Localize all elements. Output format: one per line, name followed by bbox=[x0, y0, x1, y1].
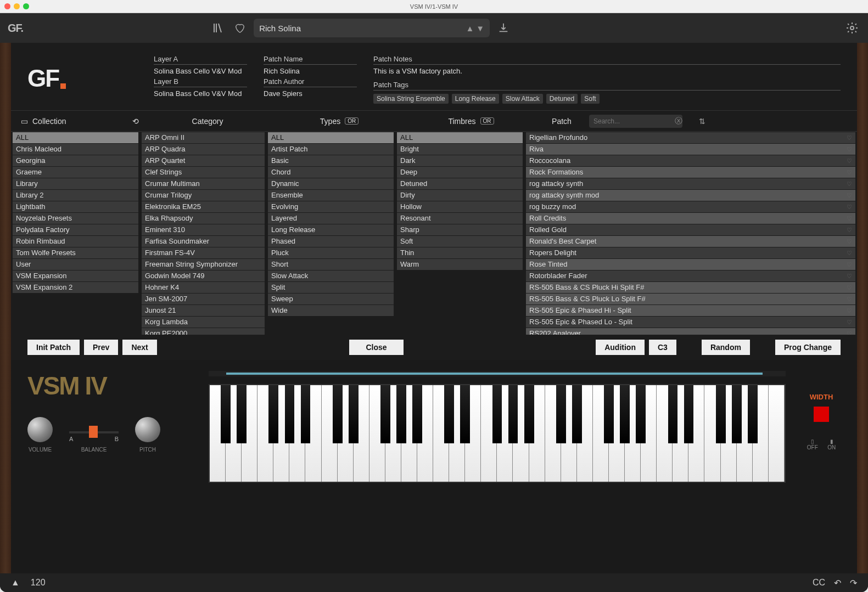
patch-row[interactable]: Roll Credits♡ bbox=[526, 213, 855, 224]
library-icon[interactable] bbox=[210, 20, 226, 36]
list-item[interactable]: Eminent 310 bbox=[142, 224, 265, 235]
list-item[interactable]: Korg Lambda bbox=[142, 317, 265, 328]
white-key[interactable] bbox=[513, 385, 529, 482]
pitch-knob[interactable] bbox=[135, 417, 160, 442]
white-key[interactable] bbox=[609, 385, 625, 482]
patch-row[interactable]: Riva♡ bbox=[526, 144, 855, 155]
keyboard-range-slider[interactable] bbox=[209, 371, 786, 376]
white-key[interactable] bbox=[385, 385, 401, 482]
favorite-heart-icon[interactable]: ♡ bbox=[847, 328, 852, 335]
white-key[interactable] bbox=[305, 385, 321, 482]
list-item[interactable]: ALL bbox=[13, 132, 138, 143]
favorite-heart-icon[interactable]: ♡ bbox=[847, 178, 852, 189]
timbres-or-toggle[interactable]: OR bbox=[480, 117, 494, 125]
list-item[interactable]: Junost 21 bbox=[142, 305, 265, 316]
list-item[interactable]: Crumar Multiman bbox=[142, 178, 265, 189]
white-key[interactable] bbox=[210, 385, 226, 482]
patch-row[interactable]: RS-505 Bass & CS Pluck Lo Split F#♡ bbox=[526, 294, 855, 305]
patch-row[interactable]: RS-505 Bass & CS Pluck Hi Split F#♡ bbox=[526, 282, 855, 293]
patch-row[interactable]: Ropers Delight♡ bbox=[526, 247, 855, 258]
width-on-icon[interactable]: ▮ bbox=[827, 438, 836, 444]
patch-row[interactable]: Rolled Gold♡ bbox=[526, 224, 855, 235]
cc-label[interactable]: CC bbox=[813, 578, 825, 588]
list-item[interactable]: Artist Patch bbox=[268, 144, 394, 155]
list-item[interactable]: ALL bbox=[397, 132, 523, 143]
list-item[interactable]: Slow Attack bbox=[268, 270, 394, 281]
favorite-heart-icon[interactable]: ♡ bbox=[847, 155, 852, 166]
white-key[interactable] bbox=[257, 385, 273, 482]
folder-icon[interactable]: ▭ bbox=[21, 117, 28, 126]
sync-icon[interactable]: ⟲ bbox=[132, 117, 139, 126]
white-key[interactable] bbox=[753, 385, 769, 482]
favorite-heart-icon[interactable]: ♡ bbox=[847, 317, 852, 328]
patch-notes-value[interactable]: This is a VSM factory patch. bbox=[373, 67, 841, 75]
patch-header[interactable]: Patch bbox=[540, 117, 584, 126]
white-key[interactable] bbox=[226, 385, 242, 482]
list-item[interactable]: ALL bbox=[268, 132, 394, 143]
list-item[interactable]: Phased bbox=[268, 236, 394, 247]
list-item[interactable]: Warm bbox=[397, 259, 523, 270]
patch-row[interactable]: Ronald's Best Carpet♡ bbox=[526, 236, 855, 247]
preset-next-icon[interactable]: ▼ bbox=[476, 24, 484, 33]
layer-b-value[interactable]: Solina Bass Cello V&V Mod bbox=[154, 89, 247, 98]
list-item[interactable]: Hohner K4 bbox=[142, 282, 265, 293]
white-key[interactable] bbox=[242, 385, 257, 482]
list-item[interactable]: ARP Omni II bbox=[142, 132, 265, 143]
white-key[interactable] bbox=[529, 385, 545, 482]
timbres-column[interactable]: ALLBrightDarkDeepDetunedDirtyHollowReson… bbox=[395, 132, 524, 335]
preset-prev-icon[interactable]: ▲ bbox=[466, 24, 474, 33]
favorite-heart-icon[interactable]: ♡ bbox=[847, 305, 852, 316]
close-button[interactable]: Close bbox=[349, 340, 403, 355]
prev-button[interactable]: Prev bbox=[84, 340, 118, 355]
white-key[interactable] bbox=[289, 385, 305, 482]
favorite-heart-icon[interactable]: ♡ bbox=[847, 247, 852, 258]
list-item[interactable]: Polydata Factory bbox=[13, 224, 138, 235]
list-item[interactable]: Chris Macleod bbox=[13, 144, 138, 155]
patch-row[interactable]: RS-505 Epic & Phased Hi - Split♡ bbox=[526, 305, 855, 316]
white-key[interactable] bbox=[354, 385, 369, 482]
favorite-heart-icon[interactable]: ♡ bbox=[847, 294, 852, 305]
layer-a-value[interactable]: Solina Bass Cello V&V Mod bbox=[154, 67, 247, 75]
list-item[interactable]: Sharp bbox=[397, 224, 523, 235]
search-input[interactable] bbox=[589, 115, 682, 128]
favorite-icon[interactable] bbox=[232, 20, 248, 36]
list-item[interactable]: Robin Rimbaud bbox=[13, 236, 138, 247]
list-item[interactable]: Georgina bbox=[13, 155, 138, 166]
balance-slider[interactable] bbox=[69, 431, 119, 433]
list-item[interactable]: Basic bbox=[268, 155, 394, 166]
list-item[interactable]: Thin bbox=[397, 247, 523, 258]
list-item[interactable]: Soft bbox=[397, 236, 523, 247]
white-key[interactable] bbox=[625, 385, 641, 482]
list-item[interactable]: ARP Quadra bbox=[142, 144, 265, 155]
list-item[interactable]: Dirty bbox=[397, 190, 523, 201]
list-item[interactable]: Jen SM-2007 bbox=[142, 294, 265, 305]
list-item[interactable]: Chord bbox=[268, 167, 394, 178]
white-key[interactable] bbox=[338, 385, 354, 482]
white-key[interactable] bbox=[545, 385, 561, 482]
list-item[interactable]: Firstman FS-4V bbox=[142, 247, 265, 258]
patch-row[interactable]: RS202 Analover♡ bbox=[526, 328, 855, 335]
white-key[interactable] bbox=[641, 385, 657, 482]
patch-row[interactable]: Rigellian Profundo♡ bbox=[526, 132, 855, 143]
favorite-heart-icon[interactable]: ♡ bbox=[847, 236, 852, 247]
tempo-value[interactable]: 120 bbox=[31, 578, 46, 588]
list-item[interactable]: Dark bbox=[397, 155, 523, 166]
white-key[interactable] bbox=[465, 385, 481, 482]
favorite-heart-icon[interactable]: ♡ bbox=[847, 213, 852, 224]
white-key[interactable] bbox=[769, 385, 785, 482]
list-item[interactable]: Dynamic bbox=[268, 178, 394, 189]
white-key[interactable] bbox=[721, 385, 737, 482]
list-item[interactable]: VSM Expansion bbox=[13, 270, 138, 281]
audition-note-button[interactable]: C3 bbox=[649, 340, 676, 355]
list-item[interactable]: ARP Quartet bbox=[142, 155, 265, 166]
list-item[interactable]: Resonant bbox=[397, 213, 523, 224]
next-button[interactable]: Next bbox=[122, 340, 156, 355]
patch-author-value[interactable]: Dave Spiers bbox=[264, 89, 357, 98]
list-item[interactable]: Graeme bbox=[13, 167, 138, 178]
minimize-window-icon[interactable] bbox=[14, 3, 20, 9]
list-item[interactable]: Split bbox=[268, 282, 394, 293]
white-key[interactable] bbox=[497, 385, 513, 482]
metronome-icon[interactable]: ▲ bbox=[11, 578, 20, 588]
list-item[interactable]: Crumar Trilogy bbox=[142, 190, 265, 201]
list-item[interactable]: Long Release bbox=[268, 224, 394, 235]
